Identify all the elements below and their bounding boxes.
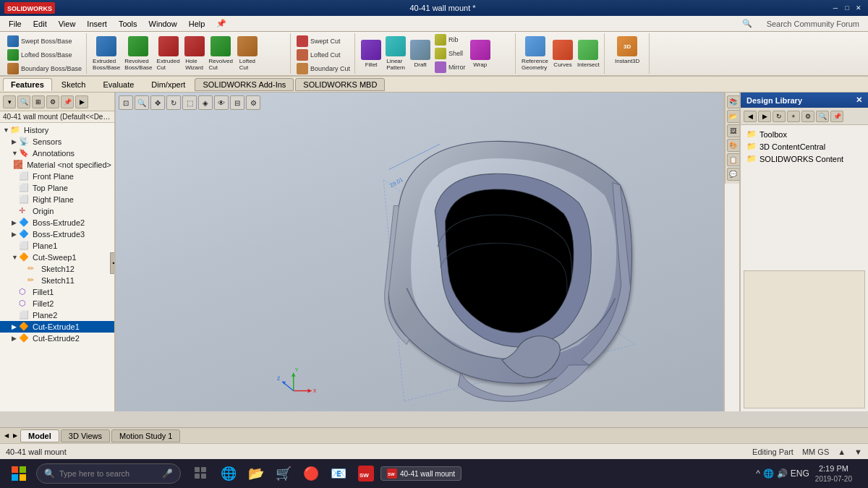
edge-browser-icon[interactable]: 🌐 — [217, 462, 240, 485]
window-controls[interactable]: ─ □ ✕ — [830, 3, 864, 13]
fillet-button[interactable]: Fillet — [359, 38, 383, 69]
ft-search-button[interactable]: 🔍 — [17, 95, 30, 108]
toolbar-mirror[interactable]: Mirror — [433, 61, 467, 74]
toolbar-swept-boss[interactable]: Swept Boss/Base — [6, 35, 83, 48]
tray-network[interactable]: 🌐 — [763, 468, 774, 479]
ft-config-button[interactable]: ⚙ — [46, 95, 59, 108]
draft-button[interactable]: Draft — [409, 38, 432, 69]
display-mode[interactable]: ◈ — [198, 95, 213, 110]
tray-language[interactable]: ENG — [791, 468, 809, 479]
dl-item-3dcc[interactable]: 📁 3D ContentCentral — [744, 140, 865, 153]
zoom-button[interactable]: 🔍 — [135, 95, 149, 110]
ft-item-boss-extrude3[interactable]: ▶ 🔷 Boss-Extrude3 — [0, 228, 114, 240]
ft-item-history[interactable]: ▼ 📁 History — [0, 124, 114, 136]
menu-tools[interactable]: Tools — [113, 18, 143, 30]
ft-item-sketch12[interactable]: ✏ Sketch12 — [0, 263, 114, 275]
toolbar-lofted-boss[interactable]: Lofted Boss/Base — [6, 48, 83, 61]
file-explorer-icon[interactable]: 📂 — [244, 462, 268, 485]
extruded-boss-button[interactable]: ExtrudedBoss/Base — [91, 35, 122, 72]
toolbar-shell[interactable]: Shell — [433, 47, 467, 60]
ft-item-sketch11[interactable]: ✏ Sketch11 — [0, 275, 114, 286]
dl-pin-button[interactable]: 📌 — [830, 111, 843, 122]
pan-button[interactable]: ✥ — [150, 95, 165, 110]
btab-model[interactable]: Model — [20, 429, 59, 442]
ft-item-top-plane[interactable]: ⬜ Top Plane — [0, 182, 114, 194]
toolbar-boundary-cut[interactable]: Boundary Cut — [295, 62, 352, 75]
tab-addins[interactable]: SOLIDWORKS Add-Ins — [195, 78, 294, 91]
tab-dimxpert[interactable]: Dim/xpert — [143, 78, 193, 91]
solidworks-forum-tab[interactable]: 💬 — [727, 168, 740, 181]
menu-help[interactable]: Help — [183, 18, 211, 30]
taskbar-mic-icon[interactable]: 🎤 — [162, 468, 173, 479]
dl-close-button[interactable]: ✕ — [856, 95, 862, 105]
wrap-button[interactable]: Wrap — [469, 38, 492, 69]
scroll-right-arrow[interactable]: ▶ — [12, 432, 19, 439]
zoom-to-fit-button[interactable]: ⊡ — [119, 95, 133, 110]
annotations-expander[interactable]: ▼ — [12, 150, 19, 157]
rotate-button[interactable]: ↻ — [166, 95, 181, 110]
ft-item-cut-sweep1[interactable]: ▼ 🔶 Cut-Sweep1 — [0, 252, 114, 263]
clock[interactable]: 2:19 PM 2019-07-20 — [815, 463, 852, 483]
ft-item-material[interactable]: 🧱 Material <not specified> — [0, 159, 114, 171]
ft-item-boss-extrude2[interactable]: ▶ 🔷 Boss-Extrude2 — [0, 217, 114, 228]
dl-refresh-button[interactable]: ↻ — [773, 111, 786, 122]
maximize-button[interactable]: □ — [842, 3, 852, 13]
status-up-arrow[interactable]: ▲ — [838, 448, 846, 456]
menu-insert[interactable]: Insert — [81, 18, 113, 30]
ft-item-fillet1[interactable]: ⬡ Fillet1 — [0, 286, 114, 298]
outlook-icon[interactable]: 📧 — [327, 462, 350, 485]
revolved-boss-button[interactable]: RevolvedBoss/Base — [123, 35, 153, 72]
dl-add-button[interactable]: + — [787, 111, 800, 122]
toolbar-boundary-boss[interactable]: Boundary Boss/Base — [6, 62, 83, 75]
taskbar-active-window[interactable]: SW 40-41 wall mount — [380, 466, 461, 481]
ref-geometry-button[interactable]: ReferenceGeometry — [520, 35, 550, 72]
ft-item-cut-extrude2[interactable]: ▶ 🔶 Cut-Extrude2 — [0, 333, 114, 344]
ft-pin-button[interactable]: 📌 — [61, 95, 74, 108]
appearances-tab[interactable]: 🎨 — [727, 139, 740, 152]
ft-item-right-plane[interactable]: ⬜ Right Plane — [0, 194, 114, 205]
ft-item-annotations[interactable]: ▼ 🔖 Annotations — [0, 147, 114, 159]
store-icon[interactable]: 🛒 — [272, 462, 295, 485]
hide-show[interactable]: 👁 — [214, 95, 229, 110]
3d-viewport[interactable]: ⊡ 🔍 ✥ ↻ ⬚ ◈ 👁 ⊟ ⚙ — [116, 93, 723, 411]
view-palette-tab[interactable]: 🖼 — [727, 124, 740, 137]
btab-3dviews[interactable]: 3D Views — [61, 429, 110, 442]
dl-search-button[interactable]: 🔍 — [816, 111, 829, 122]
custom-properties-tab[interactable]: 📋 — [727, 153, 740, 166]
minimize-button[interactable]: ─ — [830, 3, 841, 13]
close-button[interactable]: ✕ — [854, 3, 864, 13]
btab-motion-study[interactable]: Motion Study 1 — [111, 429, 180, 442]
dl-back-button[interactable]: ◀ — [744, 111, 757, 122]
dl-item-toolbox[interactable]: 📁 Toolbox — [744, 128, 865, 140]
dl-options-button[interactable]: ⚙ — [801, 111, 814, 122]
solidworks-tbar-icon[interactable]: SW — [354, 462, 378, 485]
ft-item-fillet2[interactable]: ⬡ Fillet2 — [0, 298, 114, 309]
panel-collapse-handle[interactable]: ◀ — [110, 252, 116, 274]
toolbar-lofted-cut[interactable]: Lofted Cut — [295, 48, 352, 61]
ft-view-button[interactable]: ⊞ — [32, 95, 45, 108]
history-expander[interactable]: ▼ — [3, 127, 10, 134]
extruded-cut-button[interactable]: ExtrudedCut — [156, 35, 182, 72]
ft-item-front-plane[interactable]: ⬜ Front Plane — [0, 171, 114, 182]
hole-wizard-button[interactable]: HoleWizard — [183, 35, 206, 72]
ft-item-plane1[interactable]: ⬜ Plane1 — [0, 240, 114, 252]
dl-forward-button[interactable]: ▶ — [758, 111, 771, 122]
file-explorer-tab[interactable]: 📂 — [727, 110, 740, 123]
tab-features[interactable]: Features — [3, 78, 52, 91]
menu-file[interactable]: File — [3, 18, 27, 30]
community-search[interactable]: 🔍 Search Community Forum — [736, 17, 865, 30]
instant3d-button[interactable]: 3D Instant3D — [613, 35, 641, 66]
tray-arrow[interactable]: ^ — [756, 468, 760, 479]
intersect-button[interactable]: Intersect — [576, 38, 601, 69]
start-button[interactable] — [4, 462, 33, 485]
view-selector[interactable]: ⬚ — [182, 95, 197, 110]
toolbar-rib[interactable]: Rib — [433, 33, 467, 46]
status-down-arrow[interactable]: ▼ — [854, 448, 862, 456]
tab-mbd[interactable]: SOLIDWORKS MBD — [295, 78, 385, 91]
chrome-icon[interactable]: 🔴 — [299, 462, 323, 485]
toolbar-swept-cut[interactable]: Swept Cut — [295, 35, 352, 48]
dl-item-sw-content[interactable]: 📁 SOLIDWORKS Content — [744, 153, 865, 165]
tab-evaluate[interactable]: Evaluate — [95, 78, 142, 91]
ft-item-cut-extrude1[interactable]: ▶ 🔶 Cut-Extrude1 — [0, 321, 114, 333]
menu-pin[interactable]: 📌 — [210, 17, 232, 30]
